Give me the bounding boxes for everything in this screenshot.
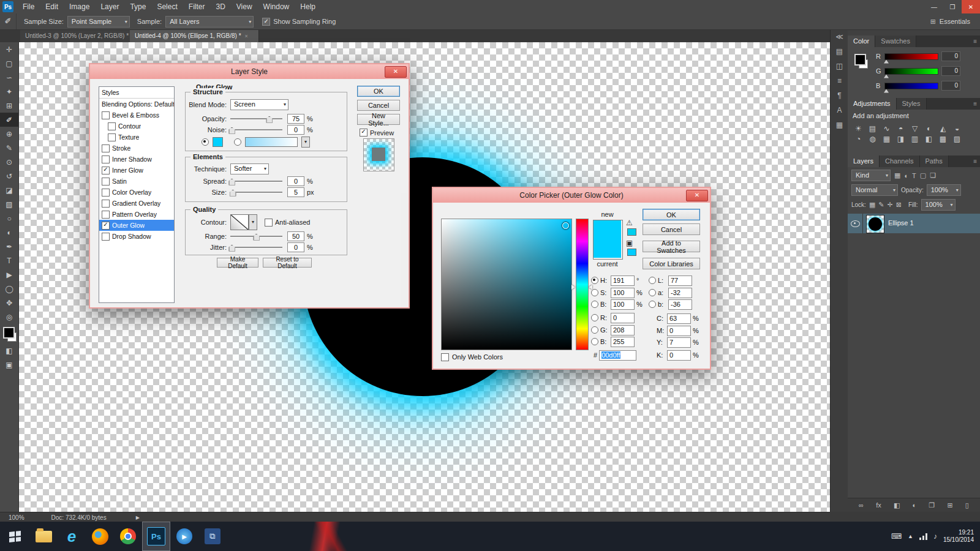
foreground-background-swatches[interactable]: [0, 324, 18, 343]
red-radio[interactable]: [591, 314, 598, 321]
crop-tool[interactable]: ⊞: [0, 99, 18, 113]
contour-picker-arrow-icon[interactable]: ▾: [249, 214, 257, 230]
style-outer-glow[interactable]: Outer Glow: [99, 220, 174, 231]
glow-color-radio[interactable]: [202, 138, 209, 146]
style-gradient-overlay[interactable]: Gradient Overlay: [99, 198, 174, 209]
m-input[interactable]: 0: [667, 326, 691, 336]
blue-radio[interactable]: [591, 338, 598, 345]
lab-a-radio[interactable]: [649, 289, 656, 296]
foreground-color-swatch[interactable]: [3, 327, 15, 339]
taskbar-firefox[interactable]: [86, 522, 114, 551]
gradient-picker-arrow-icon[interactable]: ▾: [301, 137, 310, 148]
volume-icon[interactable]: ♪: [933, 532, 937, 541]
contour-checkbox[interactable]: [108, 122, 116, 130]
lock-image-pixels-icon[interactable]: ✎: [878, 201, 884, 209]
current-color-swatch[interactable]: [594, 240, 621, 258]
noise-slider[interactable]: [230, 126, 282, 133]
style-satin[interactable]: Satin: [99, 176, 174, 187]
green-value[interactable]: 0: [941, 66, 960, 76]
texture-checkbox[interactable]: [108, 133, 116, 141]
color-libraries-button[interactable]: Color Libraries: [643, 258, 700, 269]
hue-slider[interactable]: [576, 219, 589, 350]
taskbar-media-player[interactable]: ▶: [170, 522, 198, 551]
layer-visibility-eye-icon[interactable]: [851, 220, 860, 227]
close-tab-icon[interactable]: ×: [245, 33, 248, 39]
green-radio[interactable]: [591, 326, 598, 334]
panel-menu-icon[interactable]: ≡: [973, 98, 980, 110]
size-slider[interactable]: [230, 189, 282, 196]
glow-gradient-radio[interactable]: [234, 138, 241, 146]
style-contour[interactable]: Contour: [99, 121, 174, 132]
preview-checkbox[interactable]: [360, 129, 368, 137]
tab-adjustments[interactable]: Adjustments: [848, 98, 897, 110]
layer-name[interactable]: Ellipse 1: [888, 219, 914, 227]
saturation-radio[interactable]: [591, 289, 598, 296]
menu-window[interactable]: Window: [258, 0, 295, 13]
filter-smart-objects-icon[interactable]: ❏: [930, 171, 936, 179]
gamut-color-swatch[interactable]: [627, 228, 636, 236]
type-tool[interactable]: T: [0, 253, 18, 268]
style-inner-shadow[interactable]: Inner Shadow: [99, 154, 174, 165]
size-value[interactable]: 5: [287, 187, 304, 197]
zoom-level[interactable]: 100%: [9, 514, 24, 521]
brightness-contrast-icon[interactable]: ☀: [851, 123, 865, 133]
range-slider[interactable]: [230, 233, 282, 240]
style-color-overlay[interactable]: Color Overlay: [99, 187, 174, 198]
style-texture[interactable]: Texture: [99, 132, 174, 143]
menu-help[interactable]: Help: [295, 0, 321, 13]
hex-input[interactable]: 00d0ff: [599, 350, 636, 361]
collapse-dock-icon[interactable]: ≪: [831, 29, 848, 44]
exposure-icon[interactable]: ◓: [894, 123, 908, 133]
layer-filter-kind-dropdown[interactable]: Kind ▾: [851, 170, 891, 181]
slider-thumb[interactable]: [884, 75, 889, 78]
menu-layer[interactable]: Layer: [95, 0, 124, 13]
satin-checkbox[interactable]: [102, 178, 110, 186]
red-value[interactable]: 0: [941, 51, 960, 61]
foreground-color-swatch[interactable]: [854, 54, 866, 66]
tab-swatches[interactable]: Swatches: [875, 36, 916, 47]
taskbar-movie-maker[interactable]: ⧉: [198, 522, 227, 551]
layer-style-titlebar[interactable]: Layer Style ✕: [90, 64, 409, 79]
healing-brush-tool[interactable]: ⊕: [0, 127, 18, 141]
levels-icon[interactable]: ▤: [865, 123, 880, 133]
opacity-dropdown[interactable]: 100% ▾: [927, 184, 961, 196]
ok-button[interactable]: OK: [643, 209, 700, 220]
opacity-slider[interactable]: [230, 115, 282, 122]
glow-color-swatch[interactable]: [213, 137, 223, 147]
hand-tool[interactable]: ✥: [0, 296, 18, 310]
new-layer-icon[interactable]: ⊞: [947, 501, 952, 509]
layer-row-ellipse-1[interactable]: Ellipse 1: [848, 214, 980, 233]
panel-color-swatches[interactable]: [851, 51, 870, 70]
color-field-marker[interactable]: [562, 222, 569, 229]
clone-source-panel-icon[interactable]: ▦: [831, 118, 848, 132]
filter-pixel-layers-icon[interactable]: ▦: [894, 171, 900, 179]
move-tool[interactable]: ✛: [0, 42, 18, 56]
red-slider[interactable]: [884, 53, 938, 60]
hue-radio[interactable]: [591, 277, 598, 284]
inner-glow-checkbox[interactable]: [102, 167, 110, 174]
color-balance-icon[interactable]: ◭: [936, 123, 950, 133]
lock-position-icon[interactable]: ✛: [888, 201, 893, 209]
slider-thumb[interactable]: [230, 190, 236, 197]
shape-tool[interactable]: ◯: [0, 282, 18, 296]
blue-value[interactable]: 0: [941, 81, 960, 91]
info-panel-icon[interactable]: ≡: [831, 73, 848, 88]
web-safe-cube-icon[interactable]: ▣: [626, 239, 633, 247]
menu-filter[interactable]: Filter: [183, 0, 211, 13]
menu-file[interactable]: File: [17, 0, 40, 13]
black-white-icon[interactable]: ◒: [950, 123, 964, 133]
styles-list-header[interactable]: Styles: [99, 87, 174, 99]
range-value[interactable]: 50: [287, 231, 304, 241]
hue-slider-arrow-icon[interactable]: [571, 285, 575, 290]
close-window-button[interactable]: ✕: [962, 0, 980, 13]
style-stroke[interactable]: Stroke: [99, 143, 174, 154]
filter-shape-layers-icon[interactable]: ▢: [920, 171, 926, 179]
k-input[interactable]: 0: [667, 350, 691, 361]
panel-menu-icon[interactable]: ≡: [973, 156, 980, 167]
color-picker-titlebar[interactable]: Color Picker (Outer Glow Color) ✕: [433, 188, 710, 203]
cancel-button[interactable]: Cancel: [643, 223, 700, 235]
menu-3d[interactable]: 3D: [210, 0, 230, 13]
brush-tool[interactable]: ✎: [0, 141, 18, 155]
add-layer-mask-icon[interactable]: ◧: [894, 501, 900, 509]
taskbar-internet-explorer[interactable]: e: [58, 522, 86, 551]
